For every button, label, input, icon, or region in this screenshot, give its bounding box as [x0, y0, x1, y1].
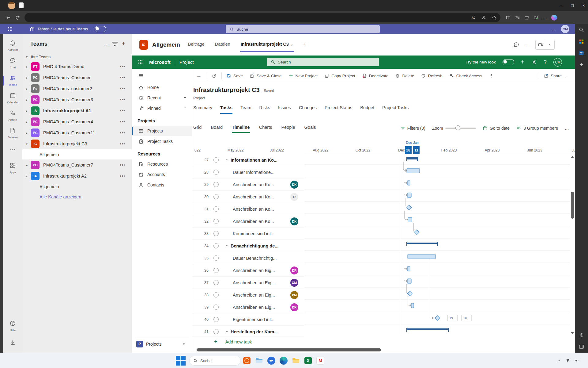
split-screen-icon[interactable] [503, 13, 513, 22]
rail-item[interactable]: Chat [3, 55, 22, 71]
collapse-icon[interactable] [225, 244, 229, 247]
edge-icon[interactable] [277, 355, 290, 367]
team-row[interactable]: ▸ PC PMO4Teams_Customer4 ••• [22, 116, 132, 127]
outlook-icon[interactable] [578, 50, 585, 56]
record-tab[interactable]: Tasks [220, 105, 232, 114]
expand-icon[interactable]: ▸ [26, 131, 31, 135]
rail-item[interactable]: Apps [3, 160, 22, 176]
nav-item[interactable]: Resources [132, 159, 192, 169]
project-search-input[interactable]: Search [267, 58, 379, 66]
task-status-circle[interactable] [213, 206, 219, 212]
team-options-icon[interactable]: ••• [120, 86, 132, 91]
collections-icon[interactable] [522, 13, 531, 22]
profile-avatar[interactable] [8, 2, 15, 9]
expand-icon[interactable]: ▸ [26, 65, 31, 68]
view-tab[interactable]: Board [211, 125, 223, 133]
team-row[interactable]: ▸ PC PMO4Teams_Customer ••• [22, 72, 132, 83]
copilot-icon[interactable] [549, 13, 559, 22]
sidebar-add-icon[interactable]: + [578, 61, 585, 68]
command-button[interactable]: Copy Project [321, 71, 358, 81]
address-bar[interactable]: A [24, 13, 500, 22]
task-row[interactable]: 30 Anschreiben an Ko... +2 [192, 191, 304, 203]
expand-icon[interactable]: ▸ [26, 98, 31, 102]
record-tab[interactable]: Project Tasks [382, 105, 409, 114]
team-options-icon[interactable]: ••• [120, 163, 132, 167]
horizontal-scrollbar[interactable] [195, 348, 576, 352]
task-status-circle[interactable] [213, 329, 219, 334]
sidebar-settings-icon[interactable] [578, 332, 585, 338]
excel-icon[interactable]: X [302, 355, 314, 367]
sidebar-add-icon[interactable]: + [119, 41, 128, 47]
team-row[interactable]: ▸ PT PMO 4 Teams Demo ••• [22, 61, 132, 72]
your-teams-section[interactable]: ▾ Ihre Teams [22, 52, 132, 61]
record-tab[interactable]: Budget [360, 105, 374, 114]
expand-icon[interactable]: ▾ [26, 142, 31, 146]
go-to-date-button[interactable]: Go to date [483, 126, 510, 131]
folder-icon[interactable] [290, 355, 302, 367]
view-tab[interactable]: Timeline [232, 125, 250, 133]
task-status-circle[interactable] [213, 182, 219, 187]
command-button[interactable]: New Project [285, 71, 321, 81]
rail-item[interactable] [3, 143, 22, 159]
favorite-star-icon[interactable] [489, 13, 499, 22]
rail-item-bottom[interactable] [3, 335, 22, 351]
project-avatar[interactable]: CM [553, 58, 562, 67]
sidebar-filter-icon[interactable] [111, 40, 119, 48]
collapse-icon[interactable] [225, 158, 229, 162]
sidebar-panel-icon[interactable] [578, 343, 585, 350]
teams-avatar[interactable]: CM [561, 25, 569, 33]
sidebar-search-icon[interactable] [578, 26, 585, 33]
task-status-circle[interactable] [213, 194, 219, 199]
record-tab[interactable]: Risks [259, 105, 270, 114]
assignee-avatar[interactable]: DK [290, 217, 298, 225]
collapse-icon[interactable] [225, 330, 229, 333]
expand-icon[interactable]: ▸ [26, 163, 31, 167]
task-row[interactable]: 38 Anschreiben an Eig... PM [192, 289, 304, 301]
browser-menu-icon[interactable]: … [540, 13, 549, 22]
task-status-circle[interactable] [213, 255, 219, 261]
task-row[interactable]: 33 Kommunen sind inf... [192, 228, 304, 240]
task-row[interactable]: 29 Anschreiben an Ko... DK [192, 178, 304, 191]
nav-item[interactable]: Project Tasks [132, 136, 192, 147]
team-options-icon[interactable]: ••• [120, 75, 132, 80]
rail-item-bottom[interactable]: Hilfe [3, 318, 22, 334]
team-options-icon[interactable]: ••• [120, 119, 132, 124]
task-status-circle[interactable] [213, 280, 219, 285]
view-tab[interactable]: People [281, 125, 295, 133]
task-status-circle[interactable] [213, 292, 219, 297]
back-icon[interactable] [4, 13, 13, 22]
task-row[interactable]: 37 Anschreiben an Eig... CM [192, 277, 304, 289]
share-button[interactable]: Share [540, 71, 571, 81]
command-overflow-icon[interactable] [486, 71, 497, 81]
task-row[interactable]: 28 Dauer Informatione... [192, 166, 304, 178]
record-tab[interactable]: Issues [278, 105, 291, 114]
new-look-toggle[interactable] [503, 59, 514, 65]
filters-button[interactable]: Filters (0) [400, 126, 425, 131]
task-row[interactable]: 36 Anschreiben an Eig... DR [192, 264, 304, 277]
task-status-circle[interactable] [213, 243, 219, 248]
favorites-bar-icon[interactable] [513, 13, 522, 22]
vertical-scrollbar[interactable] [570, 154, 575, 336]
group-members-button[interactable]: 3 Group members [516, 126, 558, 131]
nav-item[interactable]: Contacts [132, 180, 192, 190]
assignee-avatar[interactable]: DR [290, 266, 298, 274]
new-teams-toggle[interactable] [95, 26, 106, 32]
gantt-chart[interactable]: 19...20... [304, 154, 570, 336]
task-row[interactable]: 34 Benachrichtigung de... [192, 240, 304, 252]
assignee-avatar[interactable]: DR [290, 303, 298, 311]
chevron-down-icon[interactable] [548, 43, 552, 47]
task-row[interactable]: 40 Eigentümer sind inf... [192, 313, 304, 326]
view-tab[interactable]: Grid [193, 125, 202, 133]
record-tab[interactable]: Project Status [325, 105, 352, 114]
gear-icon[interactable] [531, 59, 537, 65]
team-row[interactable]: ▸ PC PMO4Teams_Customer3 ••• [22, 94, 132, 105]
task-row[interactable]: 35 Dauer Benachrichtig... [192, 252, 304, 264]
task-status-circle[interactable] [213, 268, 219, 273]
task-status-circle[interactable] [213, 157, 219, 163]
refresh-icon[interactable] [13, 13, 22, 22]
record-tab[interactable]: Summary [193, 105, 212, 114]
command-button[interactable]: Deactivate [359, 71, 392, 81]
teams-search-input[interactable]: Suche [226, 25, 380, 33]
command-button[interactable]: Check Access [446, 71, 486, 81]
channel-tab[interactable]: Beiträge [188, 42, 205, 48]
